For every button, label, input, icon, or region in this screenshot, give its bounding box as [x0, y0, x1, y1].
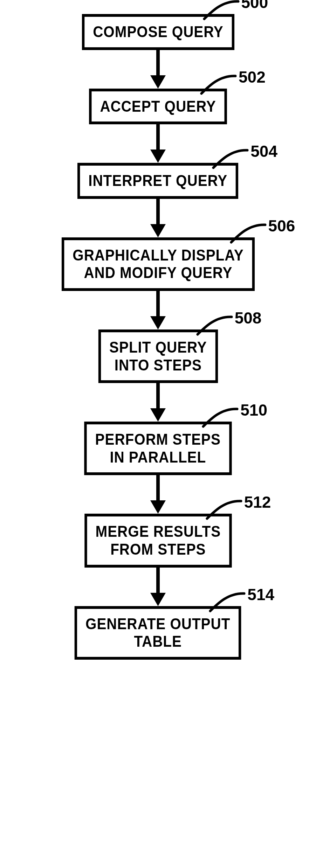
- arrow-down-icon: [144, 199, 172, 237]
- arrow-down-icon: [144, 383, 172, 422]
- arrow-down-icon: [144, 291, 172, 329]
- flow-step: SPLIT QUERYINTO STEPS 508: [93, 329, 223, 383]
- process-box: GENERATE OUTPUTTABLE: [75, 606, 241, 660]
- flow-step: INTERPRET QUERY 504: [70, 163, 245, 199]
- reference-callout: 508: [195, 313, 262, 337]
- reference-number: 504: [250, 142, 277, 161]
- reference-callout: 510: [200, 405, 267, 429]
- flow-step: GRAPHICALLY DISPLAYAND MODIFY QUERY 506: [53, 237, 263, 291]
- arrow-down-icon: [144, 50, 172, 89]
- process-box: GRAPHICALLY DISPLAYAND MODIFY QUERY: [62, 237, 255, 291]
- reference-callout: 514: [207, 589, 274, 614]
- svg-marker-3: [150, 150, 166, 163]
- connector: [144, 50, 172, 89]
- svg-marker-7: [150, 316, 166, 329]
- flow-step: MERGE RESULTSFROM STEPS 512: [78, 514, 238, 567]
- connector: [144, 199, 172, 237]
- flow-step: PERFORM STEPSIN PARALLEL 510: [78, 422, 238, 475]
- reference-number: 506: [268, 216, 295, 235]
- reference-callout: 504: [211, 146, 277, 171]
- reference-callout: 500: [201, 0, 268, 22]
- flow-step: GENERATE OUTPUTTABLE 514: [67, 606, 248, 660]
- process-box: SPLIT QUERYINTO STEPS: [98, 329, 218, 383]
- reference-callout: 512: [204, 497, 271, 521]
- svg-marker-5: [150, 224, 166, 237]
- reference-number: 512: [244, 493, 271, 512]
- svg-marker-9: [150, 408, 166, 422]
- connector: [144, 568, 172, 606]
- process-box: PERFORM STEPSIN PARALLEL: [84, 422, 232, 475]
- arrow-down-icon: [144, 568, 172, 606]
- process-box: MERGE RESULTSFROM STEPS: [84, 514, 232, 567]
- svg-marker-11: [150, 500, 166, 514]
- svg-marker-13: [150, 593, 166, 606]
- arrow-down-icon: [144, 475, 172, 514]
- reference-callout: 506: [228, 221, 295, 245]
- connector: [144, 383, 172, 422]
- connector: [144, 291, 172, 329]
- reference-number: 510: [240, 401, 267, 419]
- flow-step: COMPOSE QUERY 500: [75, 14, 241, 50]
- reference-number: 500: [241, 0, 268, 12]
- flow-step: ACCEPT QUERY 502: [83, 89, 233, 125]
- flowchart-container: COMPOSE QUERY 500 ACCEPT QUERY 502 INTER…: [7, 14, 309, 660]
- arrow-down-icon: [144, 124, 172, 163]
- reference-number: 514: [247, 585, 274, 604]
- reference-number: 502: [239, 68, 266, 86]
- reference-callout: 502: [199, 72, 266, 96]
- svg-marker-1: [150, 75, 166, 89]
- reference-number: 508: [235, 308, 262, 327]
- connector: [144, 124, 172, 163]
- connector: [144, 475, 172, 514]
